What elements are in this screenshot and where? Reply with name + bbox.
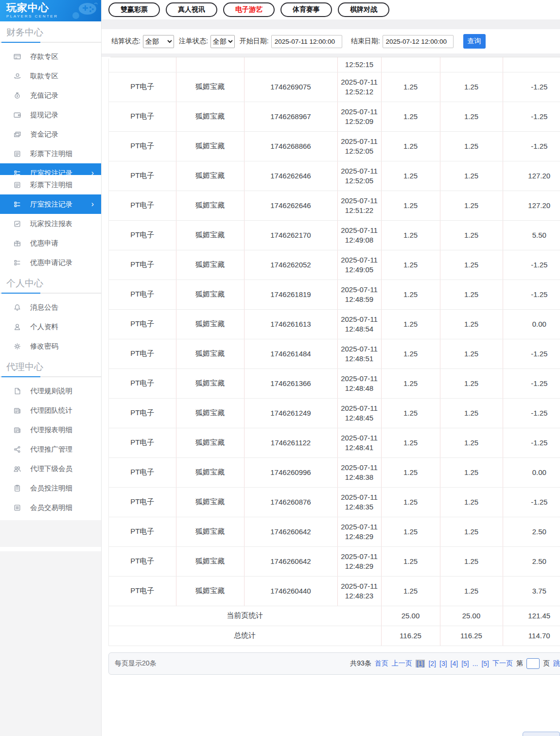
- cell-valid-bet: 1.25: [440, 131, 503, 161]
- cell-provider: PT电子: [109, 398, 176, 428]
- tab-electronic-games[interactable]: 电子游艺: [223, 2, 275, 17]
- sidebar-item-deposit[interactable]: 存款专区: [0, 47, 101, 66]
- sidebar-item-lottery-bet-details[interactable]: 彩票下注明细: [0, 144, 101, 163]
- cell-profit: -1.25: [503, 339, 560, 368]
- cell-provider: PT电子: [109, 250, 176, 280]
- last-page-link[interactable]: [5]: [481, 660, 489, 667]
- settle-status-select[interactable]: 全部: [143, 35, 174, 48]
- cell-profit: -1.25: [503, 72, 560, 102]
- cell-date: 2025-07-11: [338, 403, 381, 413]
- cell-valid-bet: 1.25: [440, 161, 503, 191]
- cell-game: 狐媚宝藏: [176, 517, 244, 546]
- cell-provider: PT电子: [109, 487, 176, 517]
- order-status-select[interactable]: 全部: [210, 35, 235, 48]
- page-link-1[interactable]: [1]: [416, 660, 425, 667]
- sidebar-item-player-bet-report[interactable]: 玩家投注报表: [0, 214, 101, 233]
- page-link-2[interactable]: [2]: [428, 660, 436, 667]
- grand-total-stats-row: 总统计 116.25 116.25 114.70: [109, 626, 560, 646]
- page-link-5[interactable]: [5]: [461, 660, 469, 667]
- table-row: PT电子 狐媚宝藏 1746261613 2025-07-11 12:48:54…: [109, 309, 560, 339]
- prev-page-link[interactable]: 上一页: [392, 659, 412, 668]
- table-row: PT电子 狐媚宝藏 1746262170 2025-07-11 12:49:08…: [109, 220, 560, 250]
- sidebar-item-profile[interactable]: 个人资料: [0, 317, 101, 336]
- jump-button[interactable]: 跳转: [553, 659, 560, 668]
- sidebar-item-lottery-bet-details-duplicate[interactable]: 彩票下注明细: [0, 175, 101, 194]
- table-row: PT电子 狐媚宝藏 1746260996 2025-07-11 12:48:38…: [109, 457, 560, 487]
- jump-page-input[interactable]: [526, 658, 540, 669]
- next-page-link[interactable]: 下一页: [492, 659, 513, 668]
- cell-provider: PT电子: [109, 309, 176, 339]
- cell-profit: -1.25: [503, 428, 560, 457]
- grand-total-label: 总统计: [109, 626, 381, 646]
- cell-valid-bet: 1.25: [440, 457, 503, 487]
- cell-date: 2025-07-11: [338, 226, 381, 235]
- cell-date: 2025-07-11: [338, 166, 381, 176]
- sidebar-item-member-bet-details[interactable]: 会员投注明细: [0, 478, 101, 498]
- sidebar-item-agent-team-stats[interactable]: 代理团队统计: [0, 401, 101, 420]
- sidebar-item-agent-rules[interactable]: 代理规则说明: [0, 381, 101, 401]
- cell-time: 12:48:29: [338, 532, 381, 542]
- table-row: PT电子 狐媚宝藏 1746261122 2025-07-11 12:48:41…: [109, 428, 560, 457]
- sidebar-item-label: 代理下级会员: [30, 464, 72, 473]
- cell-datetime: 2025-07-11 12:48:29: [337, 546, 381, 576]
- cell-date: 2025-07-11: [338, 463, 381, 473]
- sidebar-item-agent-sub-members[interactable]: 代理下级会员: [0, 459, 101, 478]
- sidebar-item-change-password[interactable]: 修改密码: [0, 336, 101, 356]
- table-row: PT电子 狐媚宝藏 1746262646 2025-07-11 12:51:22…: [109, 191, 560, 220]
- cell-provider: PT电子: [109, 191, 176, 220]
- cell-bet: 1.25: [381, 546, 440, 576]
- tab-sports[interactable]: 体育赛事: [280, 2, 332, 17]
- tab-board-games[interactable]: 棋牌对战: [338, 2, 389, 17]
- sidebar-item-recharge-records[interactable]: 充值记录: [0, 86, 101, 105]
- cell-bet: 1.25: [381, 131, 440, 161]
- start-date-input[interactable]: [271, 35, 342, 48]
- sidebar-item-messages[interactable]: 消息公告: [0, 298, 101, 317]
- ellipsis: ...: [472, 660, 478, 667]
- tab-lottery[interactable]: 雙赢彩票: [108, 2, 160, 17]
- cell-date: 2025-07-11: [338, 552, 381, 561]
- cell-bet: 1.25: [381, 576, 440, 606]
- tab-live-casino[interactable]: 真人视讯: [166, 2, 217, 17]
- sidebar-item-label: 会员交易明细: [30, 503, 72, 512]
- cell-order: 1746269075: [244, 72, 337, 102]
- cell-datetime: 2025-07-11 12:48:48: [337, 368, 381, 398]
- sidebar-item-withdraw-records[interactable]: 提现记录: [0, 105, 101, 124]
- cell-time: 12:49:08: [338, 235, 381, 245]
- list-check-icon: [13, 259, 21, 267]
- cell-bet: 1.25: [381, 517, 440, 546]
- cell-datetime: 2025-07-11 12:48:51: [337, 339, 381, 368]
- per-page-label: 每页显示20条: [115, 659, 157, 668]
- sidebar-item-agent-report-details[interactable]: 代理报表明细: [0, 420, 101, 439]
- sidebar-item-funds-records[interactable]: 资金记录: [0, 124, 101, 144]
- sidebar-item-promo-apply[interactable]: 优惠申请: [0, 233, 101, 253]
- sidebar-item-label: 代理团队统计: [30, 406, 72, 415]
- cell-order: 1746260996: [244, 457, 337, 487]
- cell-game: 狐媚宝藏: [176, 72, 244, 102]
- scroll-top-peek[interactable]: [523, 732, 560, 736]
- sidebar-item-label: 充值记录: [30, 91, 58, 100]
- first-page-link[interactable]: 首页: [375, 659, 388, 668]
- cell-profit: 2.50: [503, 546, 560, 576]
- cell-profit: 0.00: [503, 457, 560, 487]
- sidebar-item-hall-bet-records-clipped[interactable]: 厅室投注记录 ›: [0, 163, 101, 175]
- agent-menu: 代理规则说明 代理团队统计 代理报表明细 代理推广管理 代理下级会员 会员投注明…: [0, 377, 101, 517]
- cell-bet: 1.25: [381, 191, 440, 220]
- end-date-input[interactable]: [383, 35, 454, 48]
- sidebar-item-agent-promotion[interactable]: 代理推广管理: [0, 439, 101, 459]
- sidebar-item-hall-bet-records[interactable]: 厅室投注记录 ›: [0, 194, 101, 214]
- cell-time: 12:48:54: [338, 324, 381, 334]
- cell-valid-bet: 1.25: [440, 487, 503, 517]
- cell-order: 1746260440: [244, 576, 337, 606]
- sidebar-item-withdraw[interactable]: 取款专区: [0, 66, 101, 86]
- cell-datetime: 2025-07-11 12:48:54: [337, 309, 381, 339]
- cell-valid-bet: 1.25: [440, 191, 503, 220]
- end-date-label: 结束日期:: [351, 37, 380, 46]
- page-link-4[interactable]: [4]: [451, 660, 458, 667]
- jump-prefix: 第: [516, 659, 523, 668]
- bet-records-table: 12:52:15 PT电子 狐媚宝藏 1746269075: [108, 57, 560, 646]
- query-button[interactable]: 查询: [463, 34, 486, 49]
- page-link-3[interactable]: [3]: [439, 660, 447, 667]
- sidebar-item-promo-apply-records[interactable]: 优惠申请记录: [0, 253, 101, 272]
- pagination-bar: 每页显示20条 共93条 首页 上一页 [1] [2] [3] [4] [5] …: [108, 652, 560, 675]
- sidebar-item-member-transaction-details[interactable]: 会员交易明细: [0, 498, 101, 517]
